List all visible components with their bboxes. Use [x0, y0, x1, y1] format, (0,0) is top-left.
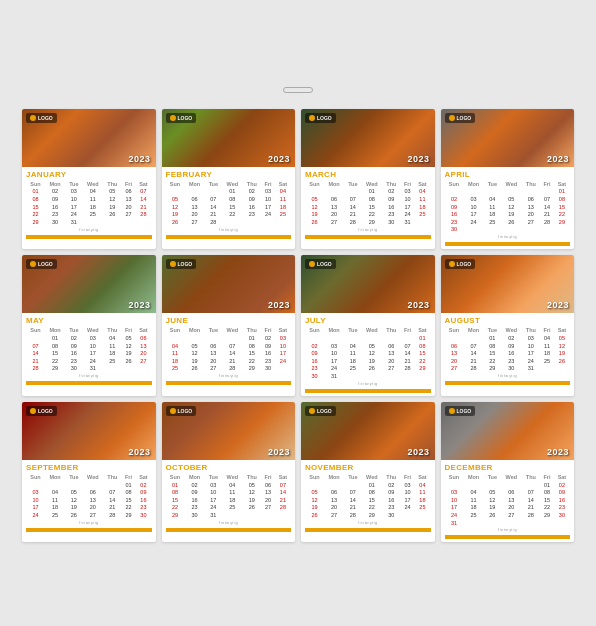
day-cell: 24 — [324, 365, 344, 373]
day-cell: 09 — [65, 342, 82, 350]
calendar-grid: LOGO2023JanuarySunMonTueWedThuFriSat0102… — [22, 109, 574, 543]
day-cell: 07 — [205, 195, 222, 203]
day-cell: 30 — [305, 372, 324, 380]
month-image-september: LOGO2023 — [22, 402, 156, 460]
day-cell: 22 — [554, 210, 570, 218]
day-cell — [222, 334, 243, 342]
day-cell: 21 — [463, 357, 483, 365]
day-cell: 21 — [401, 357, 415, 365]
day-cell — [166, 188, 185, 196]
day-cell: 24 — [522, 357, 540, 365]
day-cell: 04 — [275, 188, 291, 196]
day-cell: 14 — [222, 349, 243, 357]
day-cell: 05 — [243, 481, 261, 489]
year-badge: 2023 — [407, 447, 429, 457]
day-header: Tue — [205, 181, 222, 188]
day-cell: 28 — [344, 511, 361, 519]
logo-circle — [170, 115, 176, 121]
day-cell — [103, 218, 121, 226]
day-cell — [382, 334, 400, 342]
day-cell: 23 — [45, 210, 65, 218]
day-header: Sat — [554, 181, 570, 188]
day-cell — [414, 372, 430, 380]
day-cell — [324, 481, 344, 489]
day-cell: 26 — [554, 357, 570, 365]
day-cell: 13 — [135, 342, 151, 350]
day-cell: 04 — [222, 481, 243, 489]
day-cell: 26 — [501, 218, 522, 226]
day-cell: 14 — [205, 203, 222, 211]
day-header: Mon — [463, 327, 483, 334]
calendar-table: SunMonTueWedThuFriSat0102030405060708091… — [305, 474, 431, 519]
day-header: Mon — [463, 474, 483, 481]
day-cell: 25 — [540, 357, 554, 365]
month-name: January — [26, 170, 152, 179]
day-cell — [463, 188, 483, 196]
day-cell: 16 — [261, 349, 275, 357]
logo-circle — [170, 408, 176, 414]
year-badge: 2023 — [407, 154, 429, 164]
day-cell — [554, 519, 570, 527]
day-cell: 28 — [401, 365, 415, 373]
day-cell: 22 — [45, 357, 65, 365]
logo-badge: LOGO — [305, 259, 336, 269]
day-header: Wed — [501, 474, 522, 481]
day-header: Sat — [135, 474, 151, 481]
calendar-table: SunMonTueWedThuFriSat0102030405060708091… — [305, 327, 431, 380]
footer-bar — [166, 528, 292, 532]
day-cell: 01 — [166, 481, 185, 489]
day-cell: 16 — [501, 349, 522, 357]
day-cell: 14 — [135, 195, 151, 203]
day-header: Sat — [414, 474, 430, 481]
day-cell: 02 — [184, 481, 204, 489]
day-cell: 09 — [382, 195, 400, 203]
social-icons: f in tw yt ig — [219, 227, 238, 232]
month-calendar-february: FebruarySunMonTueWedThuFriSat01020304050… — [162, 167, 296, 242]
day-cell: 28 — [522, 511, 540, 519]
day-cell — [243, 511, 261, 519]
day-cell: 06 — [122, 188, 136, 196]
day-cell: 19 — [305, 210, 324, 218]
day-cell: 02 — [382, 188, 400, 196]
day-cell: 30 — [135, 511, 151, 519]
social-icons: f in tw yt ig — [498, 373, 517, 378]
month-block-august: LOGO2023AugustSunMonTueWedThuFriSat01020… — [441, 255, 575, 396]
day-header: Mon — [184, 181, 204, 188]
day-cell: 12 — [103, 195, 121, 203]
social-bar: f in tw yt ig — [305, 380, 431, 387]
day-cell — [463, 519, 483, 527]
day-cell: 17 — [522, 349, 540, 357]
day-cell — [484, 481, 501, 489]
day-cell: 21 — [135, 203, 151, 211]
day-cell: 03 — [445, 488, 464, 496]
month-image-december: LOGO2023 — [441, 402, 575, 460]
day-cell: 31 — [522, 365, 540, 373]
day-cell: 04 — [166, 342, 185, 350]
day-cell: 30 — [445, 226, 464, 234]
day-cell: 16 — [184, 496, 204, 504]
day-cell: 30 — [382, 218, 400, 226]
day-cell: 25 — [103, 357, 121, 365]
day-cell: 27 — [205, 365, 222, 373]
day-cell: 23 — [382, 210, 400, 218]
day-cell — [26, 334, 45, 342]
month-block-december: LOGO2023DecemberSunMonTueWedThuFriSat010… — [441, 402, 575, 543]
day-cell — [501, 226, 522, 234]
day-cell: 29 — [362, 218, 383, 226]
day-cell: 17 — [205, 496, 222, 504]
day-cell: 09 — [135, 488, 151, 496]
day-cell — [103, 481, 121, 489]
month-name: June — [166, 316, 292, 325]
image-not-included-badge — [283, 87, 313, 93]
day-cell: 27 — [135, 357, 151, 365]
day-cell: 30 — [261, 365, 275, 373]
month-image-january: LOGO2023 — [22, 109, 156, 167]
day-cell: 26 — [243, 504, 261, 512]
logo-badge: LOGO — [305, 113, 336, 123]
day-cell: 29 — [414, 365, 430, 373]
day-header: Tue — [65, 327, 82, 334]
day-cell: 17 — [463, 210, 483, 218]
footer-bar — [445, 242, 571, 246]
day-header: Fri — [261, 181, 275, 188]
day-cell: 24 — [275, 357, 291, 365]
